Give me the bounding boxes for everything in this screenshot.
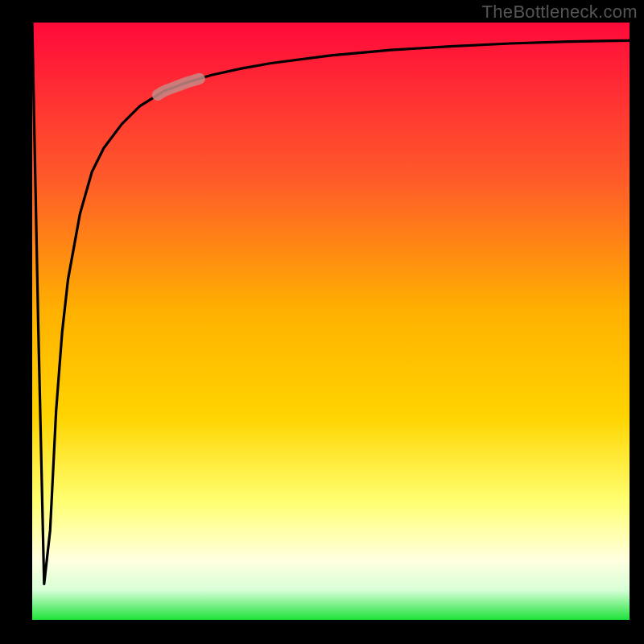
watermark-text: TheBottleneck.com [482,2,638,23]
chart-svg [0,0,644,644]
plot-area [32,23,630,620]
chart-stage: TheBottleneck.com [0,0,644,644]
